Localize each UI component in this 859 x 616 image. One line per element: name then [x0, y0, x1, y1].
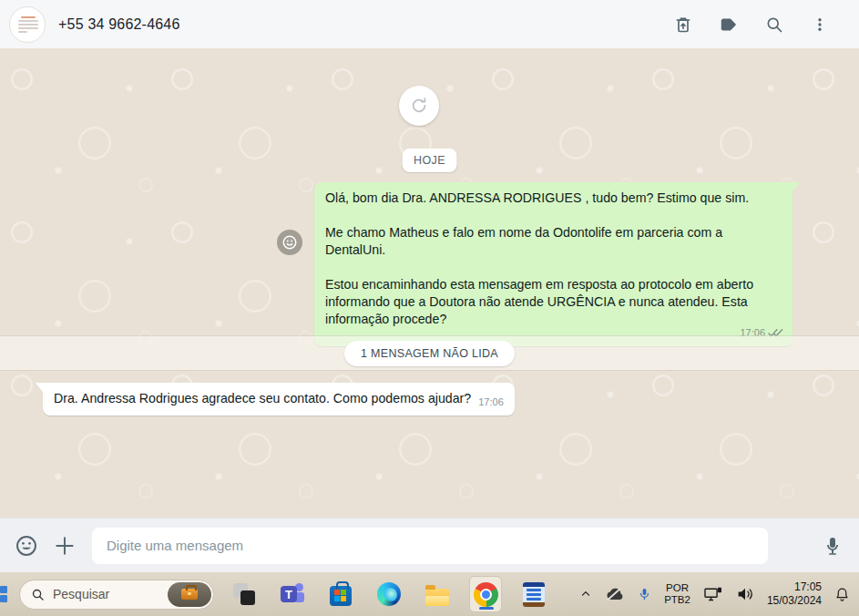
message-paragraph: Olá, bom dia Dra. ANDRESSA RODRIGUES , t…: [325, 190, 782, 207]
start-button-windows-icon[interactable]: [0, 586, 8, 603]
incoming-message-bubble[interactable]: Dra. Andressa Rodrigues agradece seu con…: [43, 383, 515, 416]
taskbar-search-box[interactable]: Pesquisar: [19, 580, 214, 610]
contact-avatar[interactable]: [9, 6, 46, 43]
chat-header: +55 34 9662-4646: [0, 0, 859, 48]
notepad-icon: [523, 582, 545, 607]
voice-message-mic-icon[interactable]: [819, 532, 846, 560]
language-line2: PTB2: [664, 594, 690, 606]
teams-icon: T: [281, 582, 304, 606]
message-composer-bar: [0, 518, 859, 572]
contact-phone-title[interactable]: +55 34 9662-4646: [58, 16, 180, 33]
trash-icon[interactable]: [673, 15, 693, 35]
menu-kebab-icon[interactable]: [810, 15, 830, 35]
briefcase-icon: [181, 589, 198, 600]
onedrive-paused-cloud-icon[interactable]: [605, 586, 625, 602]
message-input[interactable]: [92, 528, 768, 564]
incoming-message-text: Dra. Andressa Rodrigues agradece seu con…: [54, 391, 471, 406]
clock-time: 17:05: [767, 580, 822, 594]
taskbar-app-icons: T: [228, 576, 550, 612]
file-explorer-button[interactable]: [421, 576, 454, 612]
header-actions: [673, 15, 850, 35]
search-daily-image-badge[interactable]: [168, 582, 211, 607]
clock-date: 15/03/2024: [767, 594, 822, 608]
unread-messages-divider: 1 MENSAGEM NÃO LIDA: [0, 335, 859, 371]
teams-button[interactable]: T: [276, 576, 309, 612]
taskbar-clock[interactable]: 17:05 15/03/2024: [767, 580, 822, 608]
message-paragraph: Estou encaminhando esta mensagem em resp…: [325, 276, 782, 328]
file-explorer-icon: [425, 589, 449, 606]
search-icon[interactable]: [764, 15, 784, 35]
tray-chevron-up-icon[interactable]: [579, 588, 592, 601]
avatar-business-card-image: [16, 15, 40, 36]
search-icon: [31, 588, 45, 601]
edge-icon: [377, 582, 401, 606]
whatsapp-web-window: +55 34 9662-4646: [0, 0, 859, 616]
emoji-picker-icon[interactable]: [13, 532, 40, 560]
attach-plus-icon[interactable]: [51, 532, 78, 560]
task-view-icon: [233, 583, 255, 605]
edge-button[interactable]: [373, 576, 405, 612]
chrome-icon: [474, 582, 498, 607]
language-indicator[interactable]: POR PTB2: [664, 582, 690, 606]
task-view-button[interactable]: [228, 576, 261, 612]
label-icon[interactable]: [719, 15, 739, 35]
tray-microphone-icon[interactable]: [638, 586, 651, 602]
network-icon[interactable]: [703, 586, 723, 602]
volume-icon[interactable]: [736, 586, 754, 602]
chrome-button-active[interactable]: [469, 576, 502, 612]
unread-count-pill[interactable]: 1 MENSAGEM NÃO LIDA: [344, 341, 515, 366]
notepad-button[interactable]: [517, 576, 550, 612]
refresh-sync-button[interactable]: [399, 86, 439, 126]
react-emoji-hover-button[interactable]: [277, 230, 302, 255]
outgoing-message-bubble[interactable]: Olá, bom dia Dra. ANDRESSA RODRIGUES , t…: [314, 182, 793, 346]
message-timestamp: 17:06: [478, 396, 504, 407]
microsoft-store-icon: [330, 586, 352, 606]
windows-taskbar: Pesquisar T: [0, 572, 859, 616]
search-placeholder-text: Pesquisar: [53, 587, 109, 601]
chat-message-area: HOJE Olá, bom dia Dra. ANDRESSA RODRIGUE…: [0, 48, 859, 518]
language-line1: POR: [664, 582, 690, 594]
date-divider-pill: HOJE: [402, 149, 457, 172]
microsoft-store-button[interactable]: [324, 576, 357, 612]
message-paragraph: Me chamo Matheus e falo em nome da Odont…: [325, 224, 782, 259]
system-tray: POR PTB2 17:05 15/03/2024: [579, 580, 859, 608]
notifications-bell-icon[interactable]: [834, 586, 850, 603]
